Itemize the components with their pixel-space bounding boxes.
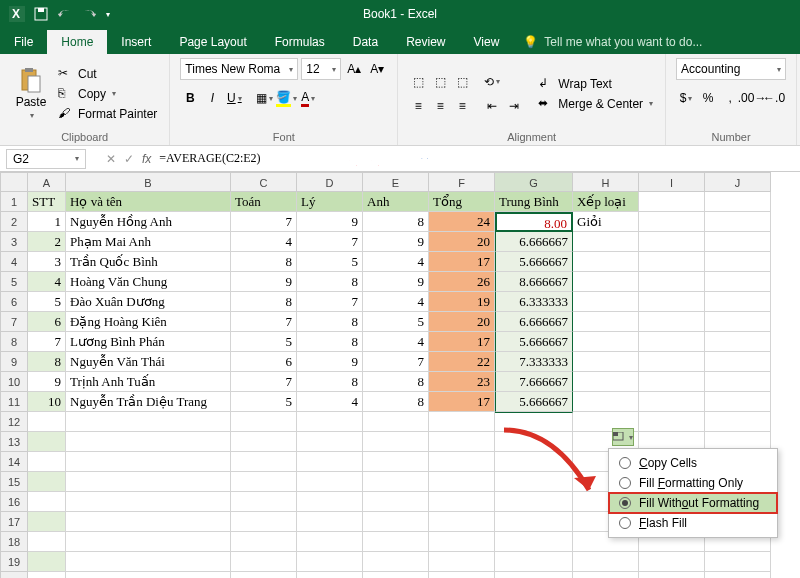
cell[interactable]: 5.666667 xyxy=(495,332,573,352)
cell[interactable]: Tổng xyxy=(429,192,495,212)
cell[interactable]: 8 xyxy=(297,332,363,352)
decrease-decimal-button[interactable]: ←.0 xyxy=(764,88,784,108)
row-header[interactable]: 15 xyxy=(0,472,28,492)
cell[interactable]: Phạm Mai Anh xyxy=(66,232,231,252)
font-size-select[interactable]: 12▾ xyxy=(301,58,341,80)
cell[interactable] xyxy=(573,292,639,312)
cell[interactable] xyxy=(495,472,573,492)
column-header[interactable]: C xyxy=(231,172,297,192)
cell[interactable] xyxy=(639,232,705,252)
cell[interactable]: 8.666667 xyxy=(495,272,573,292)
row-header[interactable]: 13 xyxy=(0,432,28,452)
tab-review[interactable]: Review xyxy=(392,30,459,54)
cell[interactable]: 4 xyxy=(231,232,297,252)
row-header[interactable]: 1 xyxy=(0,192,28,212)
cell[interactable] xyxy=(573,352,639,372)
cell[interactable] xyxy=(705,252,771,272)
cell[interactable] xyxy=(639,392,705,412)
row-header[interactable]: 12 xyxy=(0,412,28,432)
cell[interactable] xyxy=(705,312,771,332)
cell[interactable]: 8 xyxy=(363,372,429,392)
orientation-button[interactable]: ⟲▾ xyxy=(482,72,502,92)
number-format-select[interactable]: Accounting▾ xyxy=(676,58,786,80)
row-header[interactable]: 19 xyxy=(0,552,28,572)
cell[interactable]: 24 xyxy=(429,212,495,232)
underline-button[interactable]: U▾ xyxy=(224,88,244,108)
cell[interactable]: 4 xyxy=(363,252,429,272)
cell[interactable]: 17 xyxy=(429,252,495,272)
cell[interactable] xyxy=(66,472,231,492)
cell[interactable] xyxy=(495,492,573,512)
cell[interactable] xyxy=(495,532,573,552)
border-button[interactable]: ▦▾ xyxy=(254,88,274,108)
cell[interactable] xyxy=(639,252,705,272)
cell[interactable]: 4 xyxy=(363,332,429,352)
cell[interactable] xyxy=(231,572,297,578)
cell[interactable]: 5 xyxy=(231,332,297,352)
cell[interactable]: 1 xyxy=(28,212,66,232)
cell[interactable] xyxy=(66,492,231,512)
cell[interactable]: Đào Xuân Dương xyxy=(66,292,231,312)
cell[interactable] xyxy=(231,532,297,552)
cell[interactable]: Nguyễn Hồng Anh xyxy=(66,212,231,232)
tab-home[interactable]: Home xyxy=(47,30,107,54)
cell[interactable] xyxy=(66,532,231,552)
redo-icon[interactable] xyxy=(80,5,98,23)
autofill-option[interactable]: Flash Fill xyxy=(609,513,777,533)
cell[interactable]: 8 xyxy=(297,272,363,292)
cell[interactable]: 20 xyxy=(429,312,495,332)
cell[interactable]: Họ và tên xyxy=(66,192,231,212)
format-painter-button[interactable]: 🖌Format Painter xyxy=(56,105,159,123)
align-right-button[interactable]: ≡ xyxy=(452,96,472,116)
column-header[interactable]: F xyxy=(429,172,495,192)
enter-icon[interactable]: ✓ xyxy=(124,152,134,166)
cell[interactable] xyxy=(297,472,363,492)
cell[interactable]: 3 xyxy=(28,252,66,272)
cell[interactable]: 2 xyxy=(28,232,66,252)
row-header[interactable]: 11 xyxy=(0,392,28,412)
grow-font-button[interactable]: A▴ xyxy=(344,59,364,79)
cell[interactable] xyxy=(429,552,495,572)
save-icon[interactable] xyxy=(32,5,50,23)
column-header[interactable]: B xyxy=(66,172,231,192)
cell[interactable]: 6.666667 xyxy=(495,232,573,252)
cell[interactable] xyxy=(573,312,639,332)
cell[interactable] xyxy=(363,452,429,472)
cell[interactable] xyxy=(573,272,639,292)
cell[interactable]: 6 xyxy=(28,312,66,332)
tab-file[interactable]: File xyxy=(0,30,47,54)
row-header[interactable]: 17 xyxy=(0,512,28,532)
cell[interactable]: 9 xyxy=(363,272,429,292)
cell[interactable] xyxy=(573,252,639,272)
cell[interactable]: Nguyễn Trần Diệu Trang xyxy=(66,392,231,412)
decrease-indent-button[interactable]: ⇤ xyxy=(482,96,502,116)
cell[interactable]: 7 xyxy=(231,212,297,232)
select-all-corner[interactable] xyxy=(0,172,28,192)
cell[interactable] xyxy=(231,412,297,432)
cell[interactable]: 6 xyxy=(231,352,297,372)
cell[interactable] xyxy=(297,512,363,532)
row-header[interactable]: 2 xyxy=(0,212,28,232)
cut-button[interactable]: ✂Cut xyxy=(56,65,159,83)
wrap-text-button[interactable]: ↲Wrap Text xyxy=(536,75,655,93)
cell[interactable] xyxy=(495,412,573,432)
row-header[interactable]: 16 xyxy=(0,492,28,512)
cell[interactable] xyxy=(231,512,297,532)
cell[interactable] xyxy=(429,572,495,578)
column-header[interactable]: A xyxy=(28,172,66,192)
cell[interactable] xyxy=(429,492,495,512)
cell[interactable] xyxy=(639,552,705,572)
column-header[interactable]: G xyxy=(495,172,573,192)
cell[interactable] xyxy=(28,412,66,432)
autofill-option[interactable]: Copy Cells xyxy=(609,453,777,473)
cell[interactable] xyxy=(705,552,771,572)
cell[interactable] xyxy=(66,412,231,432)
cell[interactable] xyxy=(28,432,66,452)
row-header[interactable]: 4 xyxy=(0,252,28,272)
cell[interactable] xyxy=(705,392,771,412)
cell[interactable] xyxy=(297,492,363,512)
cell[interactable] xyxy=(495,552,573,572)
cell[interactable]: 9 xyxy=(297,212,363,232)
cell[interactable] xyxy=(66,432,231,452)
cell[interactable]: Trịnh Anh Tuấn xyxy=(66,372,231,392)
